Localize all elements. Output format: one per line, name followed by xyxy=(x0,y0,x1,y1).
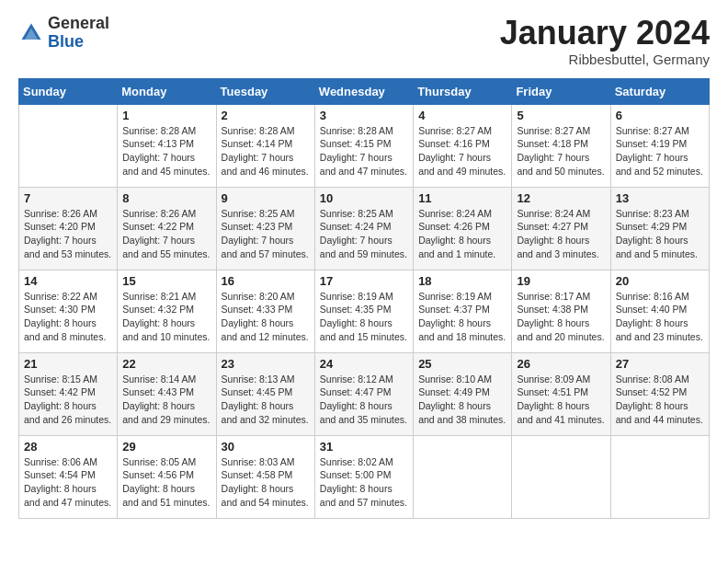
daylight-minutes-text: and and 1 minute. xyxy=(418,248,495,259)
table-row: 3Sunrise: 8:28 AMSunset: 4:15 PMDaylight… xyxy=(314,104,413,187)
day-info: Sunrise: 8:28 AMSunset: 4:14 PMDaylight:… xyxy=(222,124,310,178)
table-row: 23Sunrise: 8:13 AMSunset: 4:45 PMDayligh… xyxy=(216,352,314,435)
sunrise-text: Sunrise: 8:27 AM xyxy=(517,125,590,136)
sunrise-text: Sunrise: 8:02 AM xyxy=(320,456,393,467)
daylight-text: Daylight: 7 hours xyxy=(122,152,195,163)
table-row: 30Sunrise: 8:03 AMSunset: 4:58 PMDayligh… xyxy=(216,435,314,518)
sunset-text: Sunset: 4:20 PM xyxy=(24,221,96,232)
table-row: 8Sunrise: 8:26 AMSunset: 4:22 PMDaylight… xyxy=(118,187,216,270)
sunrise-text: Sunrise: 8:22 AM xyxy=(24,291,97,302)
table-row: 13Sunrise: 8:23 AMSunset: 4:29 PMDayligh… xyxy=(610,187,709,270)
sunrise-text: Sunrise: 8:03 AM xyxy=(222,456,295,467)
daylight-minutes-text: and and 59 minutes. xyxy=(320,248,407,259)
calendar-header: Sunday Monday Tuesday Wednesday Thursday… xyxy=(19,78,710,104)
daylight-minutes-text: and and 54 minutes. xyxy=(222,497,309,508)
day-info: Sunrise: 8:08 AMSunset: 4:52 PMDaylight:… xyxy=(616,373,704,427)
day-number: 11 xyxy=(418,191,506,205)
sunset-text: Sunset: 4:54 PM xyxy=(24,469,96,480)
day-info: Sunrise: 8:20 AMSunset: 4:33 PMDaylight:… xyxy=(222,290,310,344)
day-number: 7 xyxy=(24,191,112,205)
col-saturday: Saturday xyxy=(610,78,709,104)
sunset-text: Sunset: 4:13 PM xyxy=(122,138,194,149)
table-row: 24Sunrise: 8:12 AMSunset: 4:47 PMDayligh… xyxy=(314,352,413,435)
day-info: Sunrise: 8:19 AMSunset: 4:35 PMDaylight:… xyxy=(320,290,408,344)
day-number: 5 xyxy=(517,109,605,122)
daylight-minutes-text: and and 3 minutes. xyxy=(517,248,598,259)
sunrise-text: Sunrise: 8:19 AM xyxy=(418,291,492,302)
sunrise-text: Sunrise: 8:21 AM xyxy=(122,291,196,302)
day-number: 26 xyxy=(517,357,605,371)
sunset-text: Sunset: 4:19 PM xyxy=(616,138,688,149)
sunrise-text: Sunrise: 8:15 AM xyxy=(24,373,97,385)
table-row xyxy=(414,435,512,518)
col-tuesday: Tuesday xyxy=(216,78,314,104)
day-number: 10 xyxy=(320,191,408,205)
sunset-text: Sunset: 4:29 PM xyxy=(616,221,688,232)
sunset-text: Sunset: 4:22 PM xyxy=(122,221,194,232)
daylight-text: Daylight: 7 hours xyxy=(517,152,589,163)
sunrise-text: Sunrise: 8:28 AM xyxy=(222,125,295,136)
table-row: 11Sunrise: 8:24 AMSunset: 4:26 PMDayligh… xyxy=(414,187,512,270)
sunrise-text: Sunrise: 8:27 AM xyxy=(418,125,492,136)
daylight-minutes-text: and and 57 minutes. xyxy=(320,497,407,508)
daylight-text: Daylight: 7 hours xyxy=(222,152,294,163)
table-row: 26Sunrise: 8:09 AMSunset: 4:51 PMDayligh… xyxy=(512,352,610,435)
table-row: 6Sunrise: 8:27 AMSunset: 4:19 PMDaylight… xyxy=(610,104,709,187)
daylight-minutes-text: and and 5 minutes. xyxy=(616,248,698,259)
sunset-text: Sunset: 4:56 PM xyxy=(122,469,194,480)
logo: General Blue xyxy=(18,15,109,52)
sunset-text: Sunset: 4:51 PM xyxy=(517,386,588,397)
daylight-minutes-text: and and 49 minutes. xyxy=(418,166,506,177)
table-row: 17Sunrise: 8:19 AMSunset: 4:35 PMDayligh… xyxy=(314,270,413,352)
daylight-minutes-text: and and 35 minutes. xyxy=(320,414,407,425)
day-number: 23 xyxy=(222,357,310,371)
sunset-text: Sunset: 4:40 PM xyxy=(616,304,688,315)
daylight-minutes-text: and and 20 minutes. xyxy=(517,331,604,342)
daylight-text: Daylight: 8 hours xyxy=(222,400,294,411)
sunset-text: Sunset: 4:24 PM xyxy=(320,221,392,232)
daylight-minutes-text: and and 12 minutes. xyxy=(222,331,309,342)
daylight-text: Daylight: 8 hours xyxy=(122,317,195,328)
sunset-text: Sunset: 4:49 PM xyxy=(418,386,490,397)
day-number: 28 xyxy=(24,440,112,454)
day-number: 4 xyxy=(418,109,506,122)
sunset-text: Sunset: 4:16 PM xyxy=(418,138,490,149)
calendar-table: Sunday Monday Tuesday Wednesday Thursday… xyxy=(18,78,710,519)
sunset-text: Sunset: 4:27 PM xyxy=(517,221,588,232)
sunset-text: Sunset: 4:30 PM xyxy=(24,304,96,315)
day-info: Sunrise: 8:09 AMSunset: 4:51 PMDaylight:… xyxy=(517,373,605,427)
daylight-text: Daylight: 7 hours xyxy=(616,152,688,163)
daylight-minutes-text: and and 10 minutes. xyxy=(122,331,210,342)
day-info: Sunrise: 8:26 AMSunset: 4:20 PMDaylight:… xyxy=(24,207,112,261)
sunrise-text: Sunrise: 8:09 AM xyxy=(517,373,590,385)
sunrise-text: Sunrise: 8:26 AM xyxy=(24,208,97,219)
daylight-minutes-text: and and 45 minutes. xyxy=(122,166,210,177)
sunrise-text: Sunrise: 8:19 AM xyxy=(320,291,393,302)
day-number: 27 xyxy=(616,357,704,371)
sunset-text: Sunset: 4:47 PM xyxy=(320,386,392,397)
daylight-text: Daylight: 8 hours xyxy=(418,235,491,246)
sunrise-text: Sunrise: 8:28 AM xyxy=(320,125,393,136)
logo-icon xyxy=(18,20,44,46)
day-number: 20 xyxy=(616,274,704,288)
sunset-text: Sunset: 4:52 PM xyxy=(616,386,688,397)
col-sunday: Sunday xyxy=(19,78,118,104)
daylight-text: Daylight: 8 hours xyxy=(517,235,589,246)
table-row xyxy=(512,435,610,518)
table-row: 28Sunrise: 8:06 AMSunset: 4:54 PMDayligh… xyxy=(19,435,118,518)
day-info: Sunrise: 8:13 AMSunset: 4:45 PMDaylight:… xyxy=(222,373,310,427)
day-number: 15 xyxy=(122,274,210,288)
day-info: Sunrise: 8:28 AMSunset: 4:15 PMDaylight:… xyxy=(320,124,408,178)
col-friday: Friday xyxy=(512,78,610,104)
daylight-minutes-text: and and 23 minutes. xyxy=(616,331,703,342)
daylight-text: Daylight: 7 hours xyxy=(320,235,392,246)
day-number: 13 xyxy=(616,191,704,205)
daylight-text: Daylight: 8 hours xyxy=(616,400,688,411)
day-info: Sunrise: 8:24 AMSunset: 4:26 PMDaylight:… xyxy=(418,207,506,261)
sunset-text: Sunset: 4:18 PM xyxy=(517,138,588,149)
table-row: 22Sunrise: 8:14 AMSunset: 4:43 PMDayligh… xyxy=(118,352,216,435)
day-number: 2 xyxy=(222,109,310,122)
sunrise-text: Sunrise: 8:05 AM xyxy=(122,456,196,467)
daylight-minutes-text: and and 8 minutes. xyxy=(24,331,106,342)
sunrise-text: Sunrise: 8:27 AM xyxy=(616,125,689,136)
